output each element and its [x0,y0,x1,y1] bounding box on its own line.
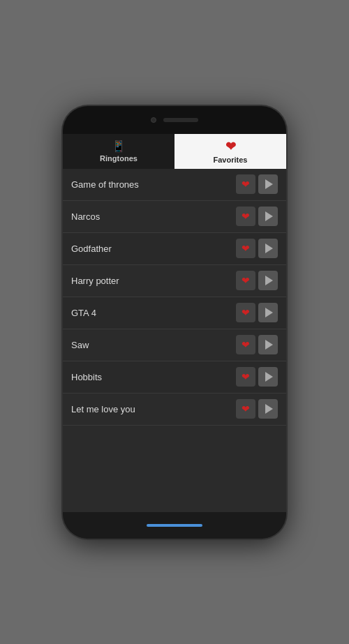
play-button[interactable] [258,239,278,258]
play-button[interactable] [258,174,278,194]
play-button[interactable] [258,335,278,354]
action-buttons: ❤ [236,174,278,194]
tab-favorites[interactable]: ❤ Favorites [174,134,286,169]
play-triangle-icon [265,211,273,221]
favorite-button[interactable]: ❤ [236,239,255,258]
list-item: Harry potter ❤ [63,265,286,297]
phone-icon: 📱 [112,140,126,153]
list-item: GTA 4 ❤ [63,297,286,329]
heart-icon: ❤ [242,307,250,318]
home-bar[interactable] [147,524,202,527]
ringtone-title: Godfather [71,244,236,254]
ringtone-title: Harry potter [71,276,236,286]
ringtone-title: Narcos [71,211,236,222]
play-triangle-icon [265,244,273,253]
favorite-button[interactable]: ❤ [236,271,255,290]
ringtone-title: Let me love you [71,404,236,414]
heart-icon: ❤ [242,275,250,286]
ringtone-title: GTA 4 [71,308,236,318]
speaker-grill [163,118,198,122]
play-triangle-icon [265,340,273,350]
action-buttons: ❤ [236,367,278,387]
ringtones-tab-label: Ringtones [100,154,138,163]
heart-icon: ❤ [242,179,250,190]
ringtone-title: Hobbits [71,372,236,382]
play-triangle-icon [265,308,273,317]
list-item: Game of thrones ❤ [63,169,286,201]
play-triangle-icon [265,404,273,414]
favorite-button[interactable]: ❤ [236,399,255,419]
heart-tab-icon: ❤ [225,139,236,154]
favorite-button[interactable]: ❤ [236,174,255,194]
ringtone-title: Game of thrones [71,179,236,190]
favorite-button[interactable]: ❤ [236,367,255,387]
action-buttons: ❤ [236,207,278,226]
ringtone-list: Game of thrones ❤ Narcos ❤ [63,169,286,512]
list-item: Saw ❤ [63,329,286,361]
favorite-button[interactable]: ❤ [236,207,255,226]
phone-screen: 📱 Ringtones ❤ Favorites Game of thrones … [63,134,286,512]
favorite-button[interactable]: ❤ [236,303,255,322]
action-buttons: ❤ [236,399,278,419]
tab-bar: 📱 Ringtones ❤ Favorites [63,134,286,169]
action-buttons: ❤ [236,335,278,354]
list-item: Narcos ❤ [63,201,286,233]
play-triangle-icon [265,372,273,382]
action-buttons: ❤ [236,271,278,290]
camera-dot [151,117,156,123]
list-item: Let me love you ❤ [63,394,286,426]
heart-icon: ❤ [242,403,250,414]
heart-icon: ❤ [242,371,250,382]
action-buttons: ❤ [236,303,278,322]
play-button[interactable] [258,303,278,322]
list-item: Godfather ❤ [63,233,286,265]
phone-shell: 📱 Ringtones ❤ Favorites Game of thrones … [63,106,286,539]
tab-ringtones[interactable]: 📱 Ringtones [63,134,174,169]
phone-top-bar [63,106,286,134]
play-triangle-icon [265,276,273,285]
list-item: Hobbits ❤ [63,361,286,394]
action-buttons: ❤ [236,239,278,258]
play-button[interactable] [258,399,278,419]
ringtone-title: Saw [71,340,236,350]
heart-icon: ❤ [242,211,250,222]
heart-icon: ❤ [242,339,250,350]
heart-icon: ❤ [242,243,250,254]
favorite-button[interactable]: ❤ [236,335,255,354]
play-button[interactable] [258,367,278,387]
phone-bottom-bar [63,512,286,539]
play-button[interactable] [258,271,278,290]
play-triangle-icon [265,179,273,189]
play-button[interactable] [258,207,278,226]
favorites-tab-label: Favorites [214,156,248,164]
